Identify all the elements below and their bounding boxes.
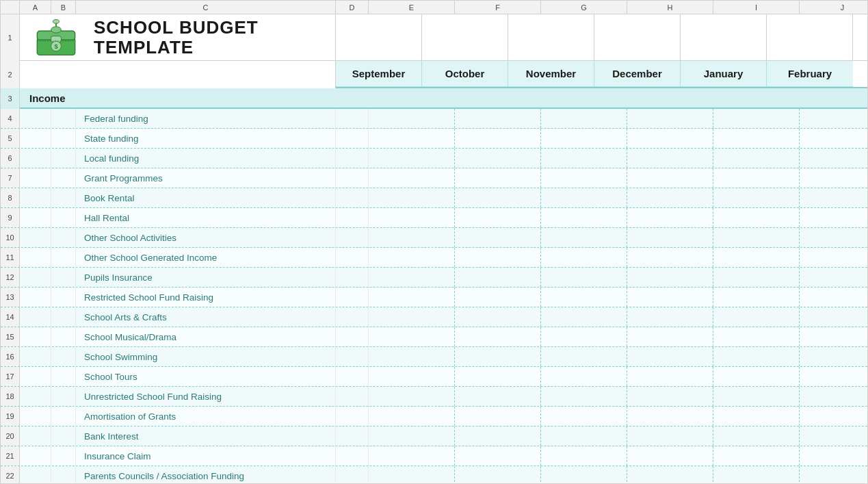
- cell-b[interactable]: [51, 288, 76, 307]
- cell-b[interactable]: [51, 426, 76, 446]
- cell-jan[interactable]: [713, 446, 800, 466]
- cell-a[interactable]: [20, 109, 51, 128]
- cell-nov[interactable]: [541, 327, 627, 346]
- income-item-label[interactable]: Grant Programmes: [76, 168, 336, 188]
- cell-a[interactable]: [20, 426, 51, 446]
- cell-b[interactable]: [51, 129, 76, 148]
- cell-feb[interactable]: [800, 109, 868, 128]
- cell-sep[interactable]: [369, 208, 455, 227]
- cell-oct[interactable]: [455, 228, 541, 247]
- cell-dec[interactable]: [627, 466, 713, 484]
- cell-oct[interactable]: [455, 109, 541, 128]
- cell-nov[interactable]: [541, 248, 627, 267]
- income-item-label[interactable]: Parents Councils / Association Funding: [76, 466, 336, 484]
- cell-feb[interactable]: [800, 248, 868, 267]
- cell-d[interactable]: [336, 446, 369, 466]
- cell-dec[interactable]: [627, 347, 713, 366]
- cell-a[interactable]: [20, 466, 51, 484]
- cell-sep[interactable]: [369, 426, 455, 446]
- cell-a[interactable]: [20, 248, 51, 267]
- cell-b[interactable]: [51, 446, 76, 466]
- cell-dec[interactable]: [627, 228, 713, 247]
- cell-feb[interactable]: [800, 446, 868, 466]
- cell-jan[interactable]: [713, 288, 800, 307]
- cell-oct[interactable]: [455, 367, 541, 386]
- cell-dec[interactable]: [627, 387, 713, 406]
- cell-feb[interactable]: [800, 407, 868, 426]
- cell-feb[interactable]: [800, 208, 868, 227]
- income-item-label[interactable]: Unrestricted School Fund Raising: [76, 387, 336, 406]
- income-item-label[interactable]: State funding: [76, 129, 336, 148]
- cell-dec[interactable]: [627, 248, 713, 267]
- cell-sep[interactable]: [369, 407, 455, 426]
- cell-a[interactable]: [20, 367, 51, 386]
- cell-a[interactable]: [20, 387, 51, 406]
- cell-b[interactable]: [51, 307, 76, 327]
- cell-feb[interactable]: [800, 307, 868, 327]
- income-item-label[interactable]: Other School Generated Income: [76, 248, 336, 267]
- cell-b[interactable]: [51, 248, 76, 267]
- cell-a[interactable]: [20, 129, 51, 148]
- cell-oct[interactable]: [455, 268, 541, 287]
- cell-dec[interactable]: [627, 307, 713, 327]
- cell-sep[interactable]: [369, 347, 455, 366]
- cell-feb[interactable]: [800, 347, 868, 366]
- cell-a[interactable]: [20, 347, 51, 366]
- cell-jan[interactable]: [713, 466, 800, 484]
- cell-feb[interactable]: [800, 268, 868, 287]
- cell-b[interactable]: [51, 109, 76, 128]
- cell-dec[interactable]: [627, 288, 713, 307]
- cell-nov[interactable]: [541, 466, 627, 484]
- income-item-label[interactable]: Book Rental: [76, 188, 336, 207]
- cell-oct[interactable]: [455, 446, 541, 466]
- cell-nov[interactable]: [541, 288, 627, 307]
- cell-feb[interactable]: [800, 228, 868, 247]
- cell-d[interactable]: [336, 288, 369, 307]
- cell-dec[interactable]: [627, 367, 713, 386]
- cell-nov[interactable]: [541, 168, 627, 188]
- cell-jan[interactable]: [713, 407, 800, 426]
- cell-d[interactable]: [336, 426, 369, 446]
- cell-a[interactable]: [20, 208, 51, 227]
- cell-d[interactable]: [336, 387, 369, 406]
- cell-a[interactable]: [20, 268, 51, 287]
- cell-dec[interactable]: [627, 268, 713, 287]
- cell-d[interactable]: [336, 208, 369, 227]
- cell-sep[interactable]: [369, 446, 455, 466]
- cell-sep[interactable]: [369, 327, 455, 346]
- cell-jan[interactable]: [713, 228, 800, 247]
- income-item-label[interactable]: School Swimming: [76, 347, 336, 366]
- cell-b[interactable]: [51, 347, 76, 366]
- cell-a[interactable]: [20, 149, 51, 168]
- cell-dec[interactable]: [627, 168, 713, 188]
- cell-oct[interactable]: [455, 407, 541, 426]
- cell-b[interactable]: [51, 407, 76, 426]
- cell-nov[interactable]: [541, 149, 627, 168]
- cell-nov[interactable]: [541, 446, 627, 466]
- cell-d[interactable]: [336, 188, 369, 207]
- cell-dec[interactable]: [627, 188, 713, 207]
- cell-jan[interactable]: [713, 109, 800, 128]
- cell-nov[interactable]: [541, 407, 627, 426]
- cell-nov[interactable]: [541, 188, 627, 207]
- cell-nov[interactable]: [541, 228, 627, 247]
- cell-d[interactable]: [336, 228, 369, 247]
- cell-a[interactable]: [20, 228, 51, 247]
- cell-b[interactable]: [51, 387, 76, 406]
- cell-nov[interactable]: [541, 426, 627, 446]
- cell-oct[interactable]: [455, 248, 541, 267]
- cell-d[interactable]: [336, 248, 369, 267]
- cell-b[interactable]: [51, 188, 76, 207]
- cell-b[interactable]: [51, 367, 76, 386]
- cell-b[interactable]: [51, 168, 76, 188]
- cell-d[interactable]: [336, 168, 369, 188]
- cell-feb[interactable]: [800, 168, 868, 188]
- cell-dec[interactable]: [627, 208, 713, 227]
- cell-sep[interactable]: [369, 367, 455, 386]
- cell-feb[interactable]: [800, 129, 868, 148]
- cell-d[interactable]: [336, 407, 369, 426]
- cell-feb[interactable]: [800, 327, 868, 346]
- cell-dec[interactable]: [627, 446, 713, 466]
- cell-nov[interactable]: [541, 208, 627, 227]
- cell-jan[interactable]: [713, 426, 800, 446]
